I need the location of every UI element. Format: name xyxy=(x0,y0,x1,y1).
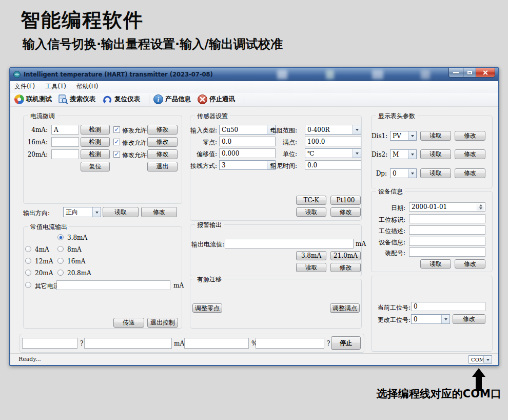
send-button[interactable]: 传送 xyxy=(113,318,144,328)
other-current-field[interactable] xyxy=(56,280,170,290)
radio-20p8ma[interactable] xyxy=(57,270,64,276)
trim-4ma-field[interactable]: A xyxy=(51,125,79,135)
radio-3p8ma-label: 3.8mA xyxy=(67,234,87,241)
current-station-field[interactable]: 0 xyxy=(411,302,485,311)
desc-field[interactable] xyxy=(409,225,485,235)
device-info-field[interactable] xyxy=(409,237,485,246)
radio-4ma[interactable] xyxy=(25,246,31,252)
toolbar-stop-comm[interactable]: 停止通讯 xyxy=(197,93,241,106)
sensor-read-button[interactable]: 读取 xyxy=(296,207,326,217)
trim-16ma-allow-checkbox[interactable] xyxy=(113,139,120,145)
exit-control-button[interactable]: 退出控制 xyxy=(147,318,178,328)
readout-field-1[interactable] xyxy=(22,338,77,349)
toolbar-reset-instrument[interactable]: 复位仪表 xyxy=(101,93,146,106)
alarm-modify-button[interactable]: 修改 xyxy=(330,263,361,272)
menu-tools[interactable]: 工具(T) xyxy=(45,82,66,91)
tck-button[interactable]: TC-K xyxy=(296,196,326,205)
menu-help[interactable]: 帮助(H) xyxy=(76,82,98,91)
date-spinner[interactable] xyxy=(477,203,484,211)
trim-4ma-allow-checkbox[interactable] xyxy=(113,126,120,133)
trim-20ma-field[interactable] xyxy=(51,149,79,159)
span-field[interactable]: 100.0 xyxy=(305,137,361,146)
device-read-button[interactable]: 读取 xyxy=(420,259,451,269)
dp-label: Dp: xyxy=(372,170,387,177)
damping-field[interactable]: 0.0 xyxy=(305,160,361,170)
close-icon xyxy=(483,70,489,75)
change-station-modify-button[interactable]: 修改 xyxy=(453,314,485,324)
alarm-high-button[interactable]: 21.0mA xyxy=(330,251,361,260)
res-range-label: 电阻范围: xyxy=(268,126,297,135)
trim-20ma-allow-checkbox[interactable] xyxy=(113,151,120,158)
minimize-icon xyxy=(453,72,459,73)
tag-field[interactable] xyxy=(409,214,485,223)
trim-4ma-detect-button[interactable]: 检测 xyxy=(81,125,110,135)
dis2-read-button[interactable]: 读取 xyxy=(420,149,451,159)
adjust-span-button[interactable]: 调整满点 xyxy=(330,303,360,313)
trim-20ma-modify-button[interactable]: 修改 xyxy=(147,149,178,159)
radio-20ma[interactable] xyxy=(25,270,31,276)
alarm-current-field[interactable] xyxy=(225,239,354,249)
alarm-current-label: 输出电流值: xyxy=(191,240,224,249)
output-direction-read-button[interactable]: 读取 xyxy=(103,207,139,217)
com-port-dropdown[interactable]: COM8 xyxy=(468,355,492,364)
radio-8ma[interactable] xyxy=(57,246,64,252)
maximize-button[interactable] xyxy=(463,68,476,78)
dp-dropdown[interactable]: 0 xyxy=(390,168,417,178)
trim-20ma-detect-button[interactable]: 检测 xyxy=(81,149,110,159)
zero-field[interactable]: 0.0 xyxy=(219,137,276,146)
assembly-field[interactable] xyxy=(409,247,485,257)
device-modify-button[interactable]: 修改 xyxy=(455,259,485,269)
readout-field-2[interactable] xyxy=(84,338,172,349)
input-type-dropdown[interactable]: Cu50 xyxy=(219,125,276,135)
sensor-modify-button[interactable]: 修改 xyxy=(330,207,361,217)
adjust-zero-button[interactable]: 调整零点 xyxy=(192,303,222,313)
alarm-low-button[interactable]: 3.8mA xyxy=(296,251,326,260)
dis2-modify-button[interactable]: 修改 xyxy=(455,149,485,159)
stop-button[interactable]: 停止 xyxy=(331,336,361,350)
radio-other-current[interactable] xyxy=(25,282,31,288)
change-station-dropdown[interactable]: 0 xyxy=(411,314,450,324)
toolbar-online-test[interactable]: 联机测试 xyxy=(13,93,57,106)
date-field[interactable]: 2000-01-01 xyxy=(409,202,485,212)
trim-16ma-detect-button[interactable]: 检测 xyxy=(81,137,110,147)
group-current-trim: 电流微调 4mA: A 检测 修改允许 修改 16mA: 检测 修改允许 修改 … xyxy=(23,116,182,204)
trim-16ma-modify-button[interactable]: 修改 xyxy=(147,137,178,147)
spinner-up-icon xyxy=(479,204,482,206)
radio-3p8ma[interactable] xyxy=(57,234,64,240)
dis1-dropdown[interactable]: PV xyxy=(390,131,417,141)
menubar: 文件(F) 工具(T) 帮助(H) xyxy=(10,81,498,92)
app-icon xyxy=(13,71,21,78)
readout-sep-2: mA xyxy=(174,340,184,347)
group-constant-current: 常值电流输出 3.8mA 4mA 8mA 12mA 16mA 20mA 20.8… xyxy=(23,226,182,329)
offset-field[interactable]: 0.000 xyxy=(219,148,276,158)
res-range-dropdown[interactable]: 0-400R xyxy=(305,125,361,135)
radio-16ma[interactable] xyxy=(57,258,64,264)
dis1-read-button[interactable]: 读取 xyxy=(420,131,451,141)
glass-artifact xyxy=(326,70,334,79)
close-button[interactable] xyxy=(476,68,495,78)
minimize-button[interactable] xyxy=(448,68,463,78)
trim-exit-button[interactable]: 退出 xyxy=(147,162,178,171)
trim-reset-button[interactable]: 复位 xyxy=(81,162,110,171)
output-direction-modify-button[interactable]: 修改 xyxy=(141,207,177,217)
menu-file[interactable]: 文件(F) xyxy=(14,82,35,91)
readout-field-4[interactable] xyxy=(256,338,324,349)
trim-4ma-modify-button[interactable]: 修改 xyxy=(147,125,178,135)
alarm-read-button[interactable]: 读取 xyxy=(296,263,326,272)
dp-modify-button[interactable]: 修改 xyxy=(455,168,485,178)
dis1-modify-button[interactable]: 修改 xyxy=(455,131,485,141)
dis2-dropdown[interactable]: M xyxy=(390,149,417,159)
radio-12ma[interactable] xyxy=(25,258,31,264)
wiring-dropdown[interactable]: 3 xyxy=(219,160,276,170)
readout-field-3[interactable] xyxy=(184,338,249,349)
toolbar-product-info[interactable]: i 产品信息 xyxy=(152,93,197,106)
output-direction-dropdown[interactable]: 正向 xyxy=(63,207,101,217)
trim-16ma-field[interactable] xyxy=(51,137,79,147)
pt100-button[interactable]: Pt100 xyxy=(330,196,361,205)
unit-dropdown[interactable]: ℃ xyxy=(305,148,361,158)
radio-20ma-label: 20mA xyxy=(35,270,53,277)
toolbar-search-instrument[interactable]: 搜索仪表 xyxy=(57,93,101,106)
toolbar-label: 搜索仪表 xyxy=(70,95,95,104)
dp-read-button[interactable]: 读取 xyxy=(420,168,451,178)
group-sensor-settings: 传感器设置 输入类型: Cu50 电阻范围: 0-400R 零点: 0.0 满点… xyxy=(190,116,362,221)
